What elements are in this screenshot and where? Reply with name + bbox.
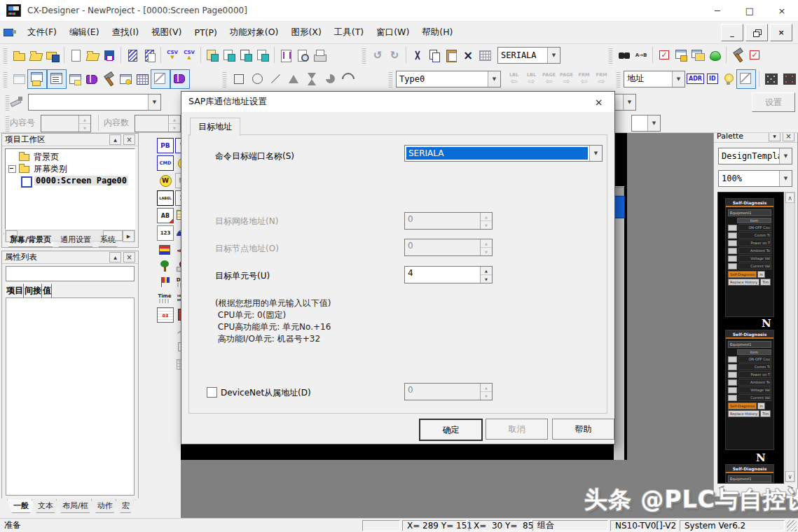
menu-item[interactable]: 查找(I) [106, 24, 145, 41]
maximize-button[interactable]: □ [734, 0, 766, 21]
string-display-input-icon[interactable]: AB [157, 208, 174, 223]
content-count-spinner[interactable] [135, 115, 181, 132]
scroll-down-icon[interactable] [785, 471, 794, 482]
tab-target-address[interactable]: 目标地址 [190, 118, 240, 136]
devicenet-checkbox[interactable] [207, 387, 217, 398]
toggle-property-list-icon[interactable] [47, 69, 67, 89]
ok-button[interactable]: 确定 [419, 419, 483, 441]
collapse-minus-icon[interactable] [8, 165, 16, 173]
menu-item[interactable]: 视图(V) [145, 24, 188, 41]
polygon-tool-icon[interactable] [284, 70, 303, 88]
port-select-combo[interactable]: SERIALA [497, 47, 560, 64]
format-brush-icon[interactable] [8, 93, 25, 110]
rectangle-tool-icon[interactable] [230, 70, 248, 88]
palette-scrollbar[interactable] [785, 192, 795, 482]
scroll-up-icon[interactable] [785, 192, 794, 203]
toolbar-grip[interactable] [5, 115, 10, 132]
adr-badge-icon[interactable]: ADR [687, 74, 704, 84]
spin-down-icon[interactable] [79, 124, 90, 132]
dropdown-icon[interactable] [623, 94, 635, 110]
thumbwheel-switch-icon[interactable]: 123 [157, 225, 174, 241]
delete-icon[interactable]: × [460, 47, 476, 64]
build-icon[interactable] [729, 47, 746, 64]
prev-label-icon[interactable]: LBL⇦ [505, 73, 523, 85]
command-button-icon[interactable]: CMD [157, 155, 174, 171]
palette-zoom-combo[interactable]: 100% [718, 170, 792, 187]
grid-setting-icon[interactable] [765, 74, 778, 85]
csv-import-icon[interactable]: CSV [164, 47, 181, 64]
find-icon[interactable] [616, 47, 633, 64]
dropdown-icon[interactable] [779, 171, 792, 186]
palette-template-combo[interactable]: DesignTempla [718, 148, 792, 164]
open-folder-icon[interactable] [27, 47, 44, 64]
property-filter-field[interactable] [6, 266, 135, 281]
paste-icon[interactable] [443, 47, 460, 64]
transfer-to-pt-icon[interactable] [221, 47, 238, 64]
toolbar-grip[interactable] [388, 71, 393, 88]
close-button[interactable]: × [766, 0, 798, 21]
dialog-close-button[interactable]: × [583, 92, 614, 112]
check-icon[interactable]: ✓ [746, 47, 763, 64]
workspace-tab[interactable]: 通用设置 [54, 233, 97, 247]
toggle-output-window-icon[interactable] [67, 71, 83, 88]
minimize-button[interactable]: ─ [701, 0, 734, 21]
word-lamp-icon[interactable]: W [160, 175, 172, 187]
grid-snap-icon[interactable] [783, 74, 796, 85]
content-no-spinner[interactable] [41, 115, 91, 132]
collapse-panel-icon[interactable] [109, 252, 121, 262]
next-page-icon[interactable]: PAGE⇨ [558, 73, 575, 85]
workspace-tab[interactable]: 屏幕/背景页 [4, 233, 57, 247]
toggle-grid-icon[interactable] [151, 69, 170, 89]
print-preview-icon[interactable] [294, 47, 311, 64]
export-symbol-icon[interactable] [141, 47, 158, 64]
arc-tool-icon[interactable] [339, 70, 357, 88]
menu-item[interactable]: 窗口(W) [370, 24, 415, 41]
property-tab[interactable]: 布局/框 [56, 499, 95, 513]
collapse-panel-icon[interactable] [109, 134, 121, 145]
toggle-address-display-icon[interactable] [736, 69, 756, 89]
screen-list-icon[interactable] [689, 47, 706, 64]
menu-item[interactable]: 工具(T) [328, 24, 370, 41]
undo-icon[interactable]: ↺ [369, 47, 386, 64]
scrollbar-box[interactable] [614, 187, 624, 196]
template-thumbnail[interactable]: Self-Diagnosis Equipment1 Item ON-OFF Co… [725, 198, 774, 317]
time-object-icon[interactable]: Time [157, 291, 172, 305]
property-tab[interactable]: 一般 [7, 499, 35, 513]
menu-item[interactable]: 帮助(H) [415, 24, 459, 41]
mdi-restore-button[interactable] [745, 24, 768, 41]
tree-item-screen-0000[interactable]: 0000:Screen Page00 [6, 175, 135, 187]
toolbar-grip[interactable] [222, 71, 227, 88]
style-combo[interactable] [28, 94, 161, 111]
next-frame-icon[interactable]: FRM⇨ [593, 73, 610, 85]
label-type-combo[interactable]: Type0 [396, 71, 501, 88]
close-panel-icon[interactable] [123, 252, 135, 262]
menu-item[interactable]: 文件(F) [21, 24, 63, 41]
library-icon[interactable] [83, 71, 100, 88]
mini-combo[interactable] [631, 115, 661, 132]
cancel-button[interactable]: 取消 [486, 419, 548, 440]
property-column-header[interactable]: 值 [42, 284, 52, 298]
transfer-setting-icon[interactable] [204, 47, 221, 64]
import-symbol-icon[interactable] [124, 47, 141, 64]
new-screen-icon[interactable] [67, 47, 84, 64]
mdi-minimize-button[interactable]: _ [721, 24, 743, 41]
address-combo[interactable]: 地址 [624, 71, 685, 88]
prev-frame-icon[interactable]: FRM⇦ [575, 73, 593, 85]
toolbar-grip[interactable] [3, 47, 8, 64]
data-block-table-icon[interactable]: 03 [157, 307, 174, 323]
prev-page-icon[interactable]: PAGE⇦ [540, 73, 558, 85]
spin-down-icon[interactable] [169, 124, 180, 132]
property-tab[interactable]: 动作 [91, 499, 119, 513]
dropdown-icon[interactable] [672, 71, 685, 87]
spin-down-icon[interactable] [481, 275, 492, 283]
toggle-workspace-icon[interactable] [27, 69, 47, 89]
validate-icon[interactable] [277, 47, 294, 64]
property-list-body[interactable] [6, 298, 135, 496]
property-tab[interactable]: 宏 [116, 499, 136, 513]
toolbar-grip[interactable] [362, 47, 366, 64]
validation-check-icon[interactable]: ✓ [656, 47, 673, 64]
save-project-icon[interactable] [44, 47, 61, 64]
lock-screen-icon[interactable] [673, 47, 689, 64]
property-column-header[interactable]: 项目 [6, 284, 24, 298]
dropdown-icon[interactable] [547, 48, 560, 63]
